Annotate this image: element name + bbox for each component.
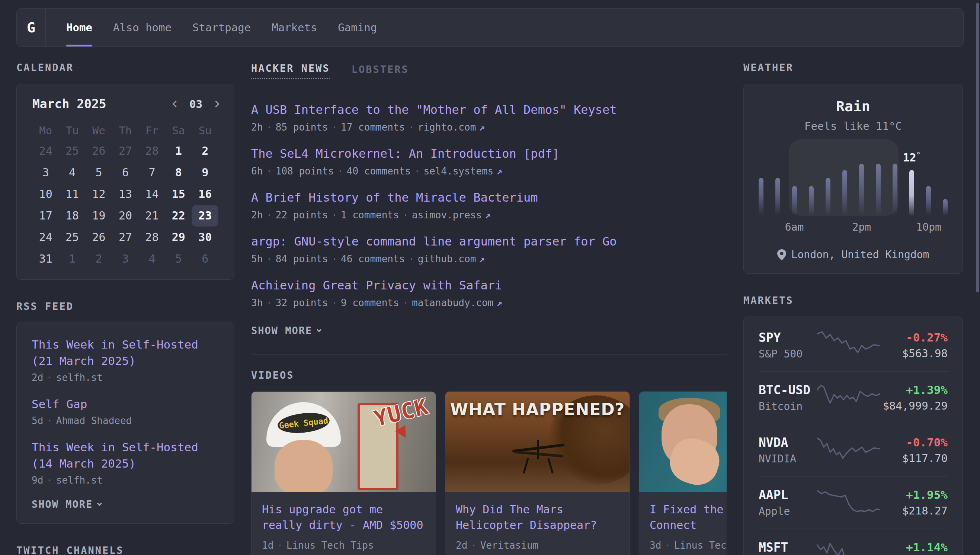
video-thumbnail[interactable]: Geek Squad YUCK [252, 392, 436, 492]
news-item: Achieving Great Privacy with Safari 3h·3… [251, 277, 727, 308]
rss-item: This Week in Self-Hosted (14 March 2025)… [32, 439, 219, 486]
calendar-day: 27 [112, 140, 138, 162]
domain-link[interactable]: matanabudy.com [412, 297, 493, 308]
comments-link[interactable]: 1 comments [341, 209, 399, 221]
domain-link[interactable]: sel4.systems [423, 165, 493, 177]
rss-show-more-button[interactable]: SHOW MORE [32, 499, 101, 510]
weekday-label: Fr [139, 121, 165, 140]
video-title-link[interactable]: Why Did The Mars Helicopter Disappear? [456, 502, 619, 533]
calendar-day: 27 [112, 226, 138, 248]
nav-tab-gaming[interactable]: Gaming [338, 8, 377, 47]
rss-item-link[interactable]: This Week in Self-Hosted (14 March 2025) [32, 439, 219, 472]
calendar-day: 10 [32, 183, 59, 205]
news-item-meta: 3h·32 points·9 comments·matanabudy.com↗ [251, 297, 727, 308]
weather-location: London, United Kingdom [759, 249, 948, 261]
weather-bar [842, 170, 847, 216]
market-change: +1.95% [880, 488, 948, 501]
nav-tab-also-home[interactable]: Also home [113, 8, 172, 47]
videos-carousel: Geek Squad YUCK His upgrade got me reall… [251, 391, 727, 555]
video-card[interactable]: Geek Squad YUCK His upgrade got me reall… [251, 391, 436, 555]
video-thumbnail[interactable]: WHAT HAPPENED? [445, 392, 630, 492]
weather-bar [775, 178, 780, 216]
weather-bar-track [759, 164, 948, 216]
nav-tab-home[interactable]: Home [66, 8, 92, 47]
market-price: $117.70 [880, 452, 948, 465]
page-scrollbar-thumb[interactable] [976, 3, 979, 292]
news-tabs: HACKER NEWS LOBSTERS [251, 62, 727, 79]
calendar-prev-icon[interactable] [172, 100, 179, 107]
video-title-link[interactable]: I Fixed the 5 Power Connect [650, 502, 727, 533]
calendar-next-icon[interactable] [212, 100, 219, 107]
domain-link[interactable]: github.com [418, 253, 476, 265]
news-list: A USB Interface to the "Mother of All De… [251, 88, 727, 336]
news-item-link[interactable]: The SeL4 Microkernel: An Introduction [p… [251, 146, 727, 162]
tab-lobsters[interactable]: LOBSTERS [351, 64, 409, 79]
sparkline-chart [816, 540, 880, 555]
market-row[interactable]: NVDANVIDIA -0.70%$117.70 [759, 424, 948, 476]
market-price: $218.27 [880, 504, 948, 517]
nav-tab-startpage[interactable]: Startpage [192, 8, 251, 47]
market-row[interactable]: SPYS&P 500 -0.27%$563.98 [759, 319, 948, 372]
video-title-link[interactable]: His upgrade got me really dirty - AMD $5… [262, 502, 425, 533]
weather-bar [859, 164, 864, 216]
news-show-more-button[interactable]: SHOW MORE [251, 325, 321, 336]
news-item-link[interactable]: argp: GNU-style command line argument pa… [251, 233, 727, 250]
tab-hacker-news[interactable]: HACKER NEWS [251, 63, 330, 79]
news-item-meta: 6h·108 points·40 comments·sel4.systems↗ [251, 165, 727, 177]
market-change: -0.27% [880, 331, 948, 344]
domain-link[interactable]: asimov.press [412, 209, 482, 221]
market-row[interactable]: AAPLApple +1.95%$218.27 [759, 476, 948, 529]
calendar-day: 20 [112, 205, 138, 226]
external-link-icon[interactable]: ↗ [482, 209, 491, 221]
news-item-link[interactable]: Achieving Great Privacy with Safari [251, 277, 727, 294]
weekday-label: Tu [59, 121, 85, 140]
market-row[interactable]: BTC-USDBitcoin +1.39%$84,999.29 [759, 372, 948, 424]
external-link-icon[interactable]: ↗ [493, 297, 502, 308]
rss-card: This Week in Self-Hosted (21 March 2025)… [16, 322, 234, 524]
time-label: 6am [785, 221, 804, 233]
comments-link[interactable]: 9 comments [341, 297, 399, 308]
calendar-day: 31 [32, 248, 59, 270]
thumbnail-overlay-text: WHAT HAPPENED? [445, 400, 630, 419]
weather-widget: WEATHER Rain Feels like 11°C 12° 6am 2pm… [743, 62, 963, 274]
market-symbol: NVDA [759, 435, 816, 450]
rss-item-link[interactable]: This Week in Self-Hosted (21 March 2025) [32, 336, 219, 369]
external-link-icon[interactable]: ↗ [493, 165, 502, 177]
news-item-link[interactable]: A USB Interface to the "Mother of All De… [251, 101, 727, 118]
video-card[interactable]: I Fixed the 5 Power Connect 3d·Linus Tec… [639, 391, 727, 555]
calendar-day: 29 [165, 226, 192, 248]
sparkline-chart [816, 488, 880, 517]
news-item-meta: 2h·85 points·17 comments·righto.com↗ [251, 122, 727, 133]
separator-dot: · [263, 166, 275, 177]
domain-link[interactable]: righto.com [418, 122, 476, 133]
comments-link[interactable]: 40 comments [347, 165, 411, 177]
video-thumbnail[interactable] [639, 392, 727, 492]
channel-link[interactable]: Veritasium [480, 540, 539, 551]
channel-link[interactable]: Linus Tech Tips [674, 540, 727, 551]
app-logo: G [27, 19, 35, 36]
news-item-meta: 5h·84 points·46 comments·github.com↗ [251, 253, 727, 265]
weather-bar [826, 178, 831, 216]
weekday-label: Sa [165, 121, 192, 140]
video-card[interactable]: WHAT HAPPENED? Why Did The Mars Helicopt… [445, 391, 630, 555]
nav-tab-markets[interactable]: Markets [272, 8, 317, 47]
logo-box: G [17, 8, 46, 47]
rss-item-link[interactable]: Self Gap [32, 396, 219, 412]
weather-peak-temp: 12° [903, 150, 921, 164]
market-symbol: SPY [759, 330, 816, 345]
news-item: The SeL4 Microkernel: An Introduction [p… [251, 146, 727, 177]
calendar-day: 28 [139, 140, 165, 162]
separator-dot: · [273, 541, 286, 551]
sparkline-chart [816, 435, 880, 465]
external-link-icon[interactable]: ↗ [476, 122, 485, 133]
comments-link[interactable]: 46 comments [341, 253, 405, 265]
market-row[interactable]: MSFTMicrosoft +1.14%$391.26 [759, 529, 948, 555]
news-item-link[interactable]: A Brief History of the Miracle Bacterium [251, 189, 727, 206]
channel-link[interactable]: Linus Tech Tips [287, 540, 374, 551]
separator-dot: · [43, 373, 56, 383]
external-link-icon[interactable]: ↗ [476, 253, 485, 265]
comments-link[interactable]: 17 comments [341, 122, 405, 133]
separator-dot: · [328, 122, 341, 133]
rss-item: Self Gap 5d·Ahmad Shadeed [32, 396, 219, 426]
calendar-widget: CALENDAR March 2025 03 Mo Tu We [16, 62, 234, 280]
